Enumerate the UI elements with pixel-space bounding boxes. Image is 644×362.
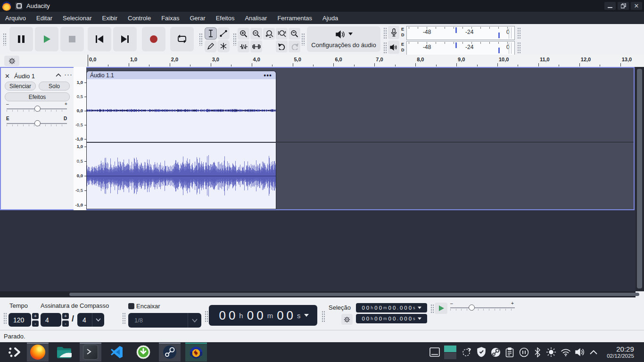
zoom-in-button[interactable] — [238, 28, 249, 40]
meters-end-grip[interactable] — [517, 27, 520, 39]
recording-meter[interactable]: -48 -24 0 — [406, 26, 515, 40]
edit-toolbar-grip[interactable] — [232, 33, 236, 46]
meters-end-grip2[interactable] — [517, 41, 520, 54]
tempo-decrement-button[interactable]: - — [32, 321, 39, 327]
speed-slider-track[interactable] — [450, 307, 515, 308]
record-button[interactable] — [142, 27, 165, 51]
tray-desktop-button[interactable] — [428, 342, 441, 362]
speed-slider-knob[interactable] — [469, 304, 475, 311]
tray-steam-icon[interactable] — [489, 342, 502, 362]
skip-to-end-button[interactable] — [113, 27, 137, 51]
effects-button[interactable]: Efeitos — [5, 92, 70, 101]
menu-ajuda[interactable]: Ajuda — [317, 13, 343, 24]
tray-workspace-pager[interactable] — [443, 342, 457, 362]
trim-outside-selection-button[interactable] — [238, 41, 249, 52]
menu-selecionar[interactable]: Selecionar — [58, 13, 97, 24]
tray-expand-icon[interactable] — [587, 342, 600, 362]
horizontal-scrollbar-thumb[interactable] — [69, 293, 639, 296]
play-button[interactable] — [35, 27, 58, 51]
multi-tool-button[interactable] — [217, 40, 230, 52]
time-toolbar-grip[interactable] — [3, 312, 7, 324]
snap-checkbox[interactable] — [128, 303, 134, 309]
selection-options-button[interactable] — [341, 314, 353, 325]
audio-setup-grip[interactable] — [301, 33, 305, 46]
minimize-button[interactable] — [604, 2, 616, 10]
taskbar-clock[interactable]: 20:29 02/12/2025 — [600, 342, 641, 362]
menu-ferramentas[interactable]: Ferramentas — [272, 13, 317, 24]
track-close-button[interactable]: ✕ — [5, 73, 10, 80]
solo-button[interactable]: Solo — [39, 82, 70, 90]
tray-clipboard-icon[interactable] — [503, 342, 516, 362]
recording-meter-button[interactable] — [388, 26, 399, 39]
vertical-scrollbar-thumb[interactable] — [637, 69, 642, 288]
snap-toolbar-grip[interactable] — [122, 312, 125, 324]
play-at-speed-button[interactable] — [435, 303, 447, 314]
selection-end-field[interactable]: 00h00m00,000s — [356, 314, 427, 323]
playback-meter-grip[interactable] — [383, 41, 387, 54]
taskbar-vscode-button[interactable] — [106, 343, 128, 362]
fit-project-button[interactable] — [276, 28, 288, 40]
menu-arquivo[interactable]: Arquivo — [0, 13, 31, 24]
play-at-speed-grip[interactable] — [430, 304, 434, 314]
tray-volume-icon[interactable] — [573, 342, 586, 362]
close-button[interactable]: ✕ — [631, 2, 642, 10]
track-title[interactable]: Áudio 1 — [14, 73, 35, 80]
undo-button[interactable] — [276, 41, 288, 52]
pause-button[interactable] — [9, 27, 33, 51]
app-launcher-button[interactable] — [4, 343, 25, 362]
mute-button[interactable]: Silenciar — [5, 82, 36, 90]
timesig-decrement-button[interactable]: - — [62, 321, 69, 327]
selection-toolbar-grip[interactable] — [321, 310, 325, 322]
playback-meter-button[interactable] — [388, 41, 399, 54]
main-time-grip[interactable] — [204, 310, 208, 322]
zoom-out-button[interactable] — [250, 28, 262, 40]
time-format-caret-icon[interactable] — [304, 314, 309, 317]
waveform-channel-2[interactable] — [86, 143, 276, 209]
workspace-1[interactable] — [444, 346, 456, 352]
menu-efeitos[interactable]: Efeitos — [211, 13, 240, 24]
time-signature-lower-select[interactable]: 4 — [77, 313, 104, 327]
tools-toolbar-grip[interactable] — [198, 33, 202, 46]
tray-network-icon[interactable] — [460, 342, 473, 362]
main-time-display[interactable]: 00h00m00s — [209, 305, 317, 326]
menu-analisar[interactable]: Analisar — [239, 13, 272, 24]
taskbar-terminal-button[interactable] — [80, 343, 101, 362]
tempo-input[interactable]: 120 — [8, 313, 31, 327]
selection-tool-button[interactable] — [205, 27, 217, 40]
clip-menu-icon[interactable]: ••• — [264, 72, 272, 79]
track-menu-icon[interactable]: ··· — [64, 70, 73, 78]
track-collapse-icon[interactable] — [56, 73, 61, 77]
maximize-button[interactable] — [618, 2, 629, 10]
tempo-increment-button[interactable]: + — [32, 313, 39, 319]
selection-start-caret-icon[interactable] — [418, 307, 421, 309]
workspace-2[interactable] — [444, 353, 456, 359]
tray-bluetooth-icon[interactable] — [531, 342, 544, 362]
tray-shield-icon[interactable] — [475, 342, 488, 362]
timesig-increment-button[interactable]: + — [62, 313, 69, 319]
skip-to-start-button[interactable] — [88, 27, 111, 51]
selection-start-field[interactable]: 00h00m00,000s — [356, 303, 427, 313]
menu-faixas[interactable]: Faixas — [156, 13, 184, 24]
menu-exibir[interactable]: Exibir — [97, 13, 123, 24]
menu-controle[interactable]: Controle — [123, 13, 156, 24]
clip-header[interactable]: Áudio 1.1 ••• — [86, 71, 276, 79]
stop-button[interactable] — [60, 27, 84, 51]
zoom-selection-button[interactable] — [263, 28, 275, 40]
waveform-channel-1[interactable] — [86, 79, 276, 142]
vertical-scale-ruler[interactable]: 1,00,50,0-0,5-1,01,00,50,0-0,5-1,0 — [74, 67, 86, 210]
draw-tool-button[interactable] — [205, 40, 217, 52]
taskbar-files-button[interactable] — [53, 343, 75, 362]
envelope-tool-button[interactable] — [217, 27, 230, 40]
tray-wifi-icon[interactable] — [559, 342, 572, 362]
selection-end-caret-icon[interactable] — [418, 318, 421, 320]
taskbar-steam-button[interactable] — [159, 343, 181, 362]
transport-toolbar-grip[interactable] — [2, 33, 6, 46]
audio-setup-button[interactable]: Configurações do áudio — [307, 26, 380, 52]
snap-combo[interactable]: 1/8 — [128, 313, 201, 328]
gain-slider-knob[interactable] — [34, 106, 41, 112]
recording-meter-grip[interactable] — [383, 27, 387, 39]
horizontal-scrollbar[interactable] — [0, 291, 636, 297]
playback-meter[interactable]: -48 -24 0 — [406, 41, 515, 55]
redo-button[interactable] — [289, 41, 300, 52]
tray-pause-icon[interactable] — [517, 342, 530, 362]
